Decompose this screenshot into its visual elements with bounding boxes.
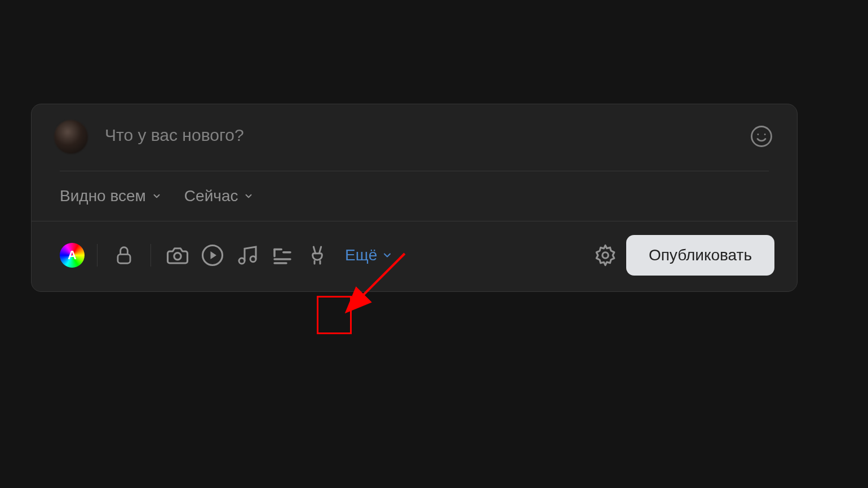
color-picker-button[interactable] — [60, 243, 85, 268]
svg-point-1 — [757, 134, 759, 135]
svg-point-6 — [239, 258, 245, 264]
video-button[interactable] — [198, 241, 227, 269]
chevron-down-icon — [382, 250, 393, 261]
user-avatar[interactable] — [54, 120, 88, 154]
gear-icon — [594, 243, 617, 267]
smile-icon — [750, 125, 773, 148]
visibility-label: Видно всем — [60, 187, 146, 205]
publish-button[interactable]: Опубликовать — [626, 235, 774, 276]
composer-actions: Ещё Опубликовать — [32, 221, 797, 291]
svg-point-7 — [250, 256, 256, 262]
more-label: Ещё — [345, 246, 377, 264]
annotation-highlight-box — [317, 296, 352, 334]
svg-point-2 — [764, 134, 766, 135]
timing-label: Сейчас — [184, 187, 238, 205]
emoji-button[interactable] — [749, 123, 774, 149]
separator — [150, 244, 151, 267]
composer-options: Видно всем Сейчас — [32, 171, 797, 221]
post-composer: Видно всем Сейчас — [31, 104, 798, 292]
chevron-down-icon — [243, 191, 254, 201]
camera-icon — [166, 243, 189, 267]
lock-icon — [113, 245, 135, 266]
article-button[interactable] — [268, 241, 296, 269]
visibility-dropdown[interactable]: Видно всем — [60, 187, 162, 205]
svg-rect-3 — [118, 254, 130, 263]
svg-point-8 — [603, 252, 609, 259]
play-circle-icon — [201, 243, 224, 267]
composer-input-row — [32, 104, 797, 171]
music-icon — [236, 244, 259, 267]
svg-point-0 — [752, 127, 772, 147]
separator — [97, 244, 98, 267]
peace-hand-icon — [306, 244, 329, 267]
photo-button[interactable] — [163, 241, 192, 269]
more-dropdown[interactable]: Ещё — [345, 246, 393, 264]
svg-point-4 — [174, 253, 181, 260]
article-icon — [271, 243, 294, 267]
audio-button[interactable] — [233, 241, 262, 269]
privacy-button[interactable] — [110, 241, 138, 269]
settings-button[interactable] — [591, 241, 619, 269]
timing-dropdown[interactable]: Сейчас — [184, 187, 254, 205]
chevron-down-icon — [152, 191, 162, 201]
mood-button[interactable] — [303, 241, 331, 269]
post-text-input[interactable] — [105, 120, 732, 145]
